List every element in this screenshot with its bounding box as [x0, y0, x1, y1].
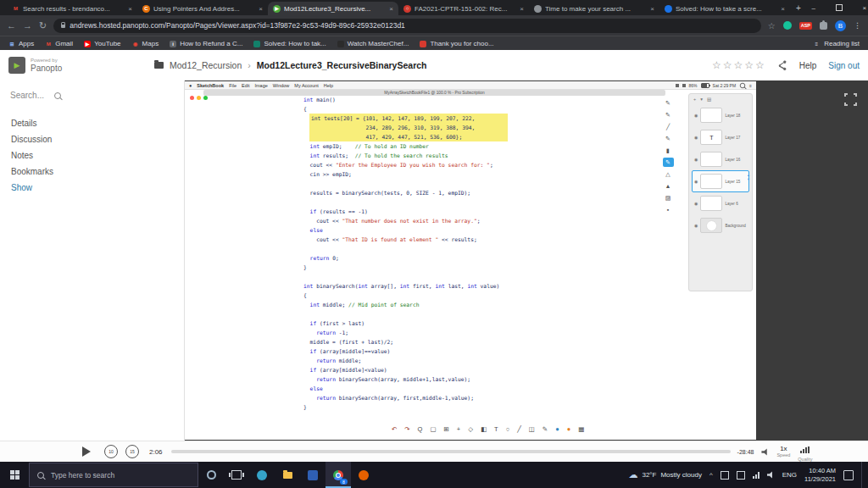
color-puck-icon[interactable]: ● — [555, 426, 559, 433]
back-icon[interactable]: ← — [7, 21, 16, 30]
bookmark-item[interactable]: Watch MasterChef... — [337, 40, 409, 47]
text-tool-icon[interactable]: T — [494, 426, 498, 433]
bookmark-item[interactable]: ⊞Apps — [8, 40, 34, 47]
forward-15-button[interactable]: 15 — [125, 445, 139, 458]
selection-tool-icon[interactable]: ▢ — [430, 426, 436, 433]
layer-visibility-icon[interactable]: ◉ — [694, 201, 698, 206]
layer-row[interactable]: ◉Layer 15▲▼ — [692, 170, 749, 192]
play-button[interactable] — [82, 446, 91, 457]
tray-display-icon[interactable] — [737, 471, 745, 480]
crop-tool-icon[interactable]: ⊞ — [444, 426, 449, 433]
rating-stars[interactable]: ☆☆☆☆☆ — [712, 59, 765, 71]
layer-visibility-icon[interactable]: ◉ — [694, 157, 698, 162]
apple-menu-icon[interactable]: ● — [189, 83, 192, 88]
layer-visibility-icon[interactable]: ◉ — [694, 179, 698, 184]
layer-row[interactable]: ◉Layer 18 — [692, 104, 749, 126]
tray-expand-icon[interactable]: ^ — [709, 471, 713, 479]
action-center-icon[interactable] — [843, 470, 854, 480]
brush-tool-icon[interactable]: ✎ — [663, 134, 674, 143]
bookmark-item[interactable]: Thank you for choo... — [420, 40, 493, 47]
tab-close-icon[interactable]: × — [650, 5, 654, 13]
sidebar-item-show[interactable]: Show — [0, 180, 184, 196]
spotlight-icon[interactable] — [740, 82, 745, 87]
sign-out-link[interactable]: Sign out — [828, 61, 860, 70]
line-tool-icon[interactable]: ╱ — [663, 122, 674, 131]
browser-tab[interactable]: CUsing Pointers And Addres...× — [137, 2, 268, 15]
bookmark-item[interactable]: iHow to Refund a C... — [170, 40, 242, 47]
shapes-tool-icon[interactable]: ○ — [506, 426, 510, 433]
bookmark-item[interactable]: Solved: How to tak... — [253, 40, 326, 47]
swatch-tool-icon[interactable]: ▪ — [663, 205, 674, 214]
browser-tab[interactable]: ○FA2021-CPTR-151-002: Rec...× — [398, 2, 529, 15]
speed-control[interactable]: 1x Speed — [776, 445, 790, 458]
star-icon[interactable]: ☆ — [712, 59, 721, 71]
tab-close-icon[interactable]: × — [128, 5, 132, 13]
mac-menu-item[interactable]: Help — [324, 83, 333, 88]
airbrush-tool-icon[interactable]: ✎ — [663, 158, 674, 167]
zoom-tool-icon[interactable]: Q — [418, 426, 423, 433]
pencil-mark-icon[interactable]: ✎ — [542, 426, 548, 433]
show-desktop-button[interactable] — [861, 462, 865, 488]
sidebar-item-notes[interactable]: Notes — [0, 147, 184, 164]
taskbar-weather[interactable]: ☁ 32°F Mostly cloudy — [628, 470, 701, 480]
layer-reorder-arrows[interactable]: ▲▼ — [747, 173, 750, 181]
mac-menu-item[interactable]: My Account — [294, 83, 318, 88]
edge-icon[interactable] — [249, 462, 275, 488]
control-center-icon[interactable]: ≡ — [749, 83, 752, 88]
shape-tool-icon[interactable]: ▨ — [663, 193, 674, 202]
network-icon[interactable] — [753, 472, 760, 479]
redo-icon[interactable]: ↷ — [404, 426, 409, 433]
ruler-tool-icon[interactable]: ╱ — [517, 426, 521, 433]
profile-avatar[interactable]: B — [835, 20, 846, 31]
quality-control[interactable]: Quality — [798, 441, 812, 462]
video-player[interactable]: ● SketchBook FileEditImageWindowMy Accou… — [185, 80, 868, 441]
add-layer-icon[interactable]: + — [693, 97, 696, 102]
layer-row[interactable]: ◉Layer 6 — [692, 192, 749, 214]
panopto-logo[interactable]: ▶ Powered by Panopto — [8, 57, 144, 74]
mac-menu-item[interactable]: Edit — [242, 83, 249, 88]
tab-close-icon[interactable]: × — [259, 5, 263, 13]
layer-visibility-icon[interactable]: ◉ — [694, 223, 698, 228]
sidebar-search[interactable]: Search... — [0, 80, 184, 105]
progress-bar[interactable] — [171, 450, 731, 453]
grammarly-extension-icon[interactable] — [783, 21, 792, 30]
task-view-icon[interactable] — [224, 462, 249, 488]
mac-close-icon[interactable] — [190, 96, 194, 100]
tab-close-icon[interactable]: × — [389, 5, 393, 13]
layer-menu-icon[interactable]: ▾ — [700, 97, 703, 102]
layer-visibility-icon[interactable]: ◉ — [694, 135, 698, 140]
sidebar-item-details[interactable]: Details — [0, 115, 184, 131]
triangle-ruler-icon[interactable]: △ — [663, 169, 674, 179]
layer-group-icon[interactable]: ▤ — [707, 97, 711, 102]
address-bar[interactable]: andrews.hosted.panopto.com/Panopto/Pages… — [53, 19, 761, 33]
forward-icon[interactable]: → — [23, 21, 32, 30]
sidebar-item-discussion[interactable]: Discussion — [0, 131, 184, 147]
cortana-icon[interactable] — [198, 462, 224, 488]
mac-zoom-icon[interactable] — [203, 96, 208, 100]
breadcrumb-folder[interactable]: Mod12_Recursion — [170, 60, 242, 70]
fill-tool-icon[interactable]: ◧ — [481, 426, 487, 433]
brush-puck-icon[interactable]: ● — [567, 426, 571, 433]
layer-row[interactable]: ◉Layer 16 — [692, 148, 749, 170]
bookmark-item[interactable]: MGmail — [45, 40, 73, 47]
rewind-10-button[interactable]: 10 — [104, 445, 118, 458]
transform-tool-icon[interactable]: + — [457, 426, 460, 433]
tab-close-icon[interactable]: × — [520, 5, 524, 13]
start-button[interactable] — [0, 462, 29, 488]
marker-tool-icon[interactable]: ▮ — [663, 146, 674, 155]
star-icon[interactable]: ☆ — [723, 59, 732, 71]
mac-menu-item[interactable]: File — [229, 83, 236, 88]
browser-menu-icon[interactable]: ⋮ — [854, 21, 861, 30]
browser-tab[interactable]: Time to make your search ...× — [529, 2, 659, 15]
layer-down-icon[interactable]: ▼ — [747, 177, 750, 181]
volume-button[interactable] — [761, 444, 769, 459]
browser-tab[interactable]: Solved: How to take a scre...× — [659, 2, 790, 15]
tray-volume-icon[interactable] — [767, 471, 775, 479]
bookmark-item[interactable]: ▶YouTube — [84, 40, 120, 47]
browser-tab[interactable]: ▶Mod12Lecture3_Recursive...× — [268, 2, 398, 15]
window-maximize-button[interactable] — [826, 0, 852, 15]
layer-row[interactable]: ◉TLayer 17 — [692, 126, 749, 148]
layer-visibility-icon[interactable]: ◉ — [694, 113, 698, 118]
window-close-button[interactable]: × — [852, 0, 868, 15]
pencil-tool-icon[interactable]: ✎ — [663, 98, 674, 108]
